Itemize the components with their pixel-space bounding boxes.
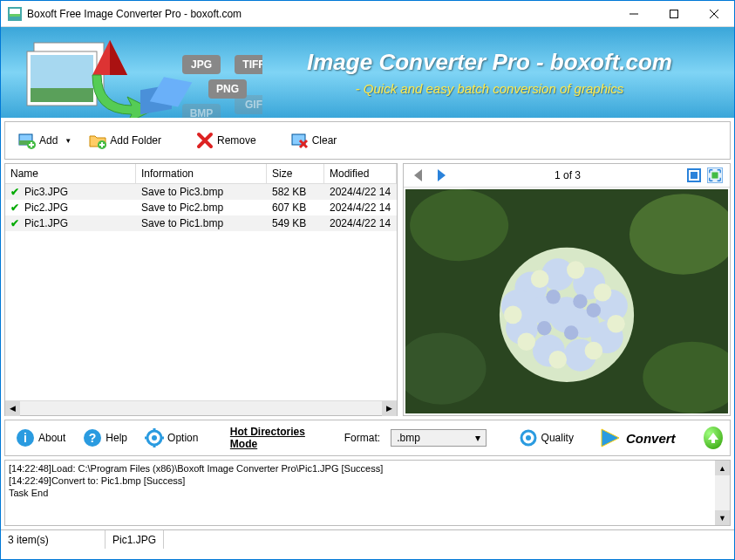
vertical-scrollbar[interactable]: ▲ ▼ xyxy=(715,461,730,525)
svg-rect-33 xyxy=(691,172,698,179)
status-count: 3 item(s) xyxy=(1,530,105,549)
svg-text:PNG: PNG xyxy=(216,83,239,95)
svg-point-63 xyxy=(564,325,578,339)
log-panel: [14:22:48]Load: C:\Program Files (x86)\B… xyxy=(4,460,731,526)
check-icon: ✔ xyxy=(10,186,23,196)
remove-label: Remove xyxy=(217,134,256,147)
svg-point-60 xyxy=(504,306,522,324)
svg-point-71 xyxy=(152,435,157,440)
scroll-left-icon[interactable]: ◀ xyxy=(5,401,20,416)
hot-directories-link[interactable]: Hot Directories Mode xyxy=(230,426,319,450)
col-modified[interactable]: Modified xyxy=(324,164,397,183)
minimize-button[interactable] xyxy=(614,1,654,27)
col-size[interactable]: Size xyxy=(267,164,324,183)
svg-text:BMP: BMP xyxy=(190,107,214,118)
dropdown-icon: ▼ xyxy=(65,137,71,145)
scroll-down-icon[interactable]: ▼ xyxy=(715,510,730,525)
banner-graphic: JPG TIFF PNG BMP GIF xyxy=(18,27,262,118)
gear-icon xyxy=(145,428,164,447)
format-select[interactable]: .bmp xyxy=(391,429,487,447)
banner-title: Image Converter Pro - boxoft.com xyxy=(262,49,717,76)
maximize-button[interactable] xyxy=(654,1,694,27)
quality-button[interactable]: Quality xyxy=(515,427,577,449)
next-button[interactable] xyxy=(433,167,449,183)
add-folder-button[interactable]: Add Folder xyxy=(81,127,169,154)
preview-counter: 1 of 3 xyxy=(449,169,686,181)
fit-button[interactable] xyxy=(686,167,702,183)
close-button[interactable] xyxy=(694,1,734,27)
check-icon: ✔ xyxy=(10,201,23,212)
clear-label: Clear xyxy=(312,134,337,147)
option-button[interactable]: Option xyxy=(141,427,201,449)
help-button[interactable]: ? Help xyxy=(79,427,131,449)
main-toolbar: Add ▼ Add Folder Remove Clear xyxy=(4,121,731,160)
app-icon xyxy=(8,7,22,21)
svg-point-53 xyxy=(531,270,549,289)
svg-point-57 xyxy=(585,342,603,360)
add-label: Add xyxy=(39,134,58,147)
table-row[interactable]: ✔Pic2.JPG Save to Pic2.bmp 607 KB 2024/4… xyxy=(5,200,397,215)
svg-text:?: ? xyxy=(89,431,97,445)
svg-rect-4 xyxy=(670,10,678,17)
file-list-header: Name Information Size Modified xyxy=(5,164,397,184)
svg-point-65 xyxy=(587,304,601,318)
svg-point-59 xyxy=(517,333,535,352)
svg-marker-12 xyxy=(110,40,127,75)
window-title: Boxoft Free Image Converter Pro - boxoft… xyxy=(27,8,614,20)
svg-marker-31 xyxy=(438,169,446,181)
file-list-body[interactable]: ✔Pic3.JPG Save to Pic3.bmp 582 KB 2024/4… xyxy=(5,184,397,400)
log-text[interactable]: [14:22:48]Load: C:\Program Files (x86)\B… xyxy=(5,461,715,525)
convert-button[interactable]: Convert xyxy=(598,427,676,449)
svg-text:JPG: JPG xyxy=(191,58,212,71)
svg-rect-2 xyxy=(10,14,20,17)
svg-point-62 xyxy=(573,294,587,308)
table-row[interactable]: ✔Pic3.JPG Save to Pic3.bmp 582 KB 2024/4… xyxy=(5,184,397,200)
preview-panel: 1 of 3 xyxy=(403,163,731,416)
add-button[interactable]: Add ▼ xyxy=(10,127,79,154)
prev-button[interactable] xyxy=(411,167,426,183)
table-row[interactable]: ✔Pic1.JPG Save to Pic1.bmp 549 KB 2024/4… xyxy=(5,215,397,231)
svg-point-54 xyxy=(567,261,585,279)
svg-point-61 xyxy=(546,290,560,304)
format-label: Format: xyxy=(344,432,380,444)
scroll-up-icon[interactable]: ▲ xyxy=(715,461,730,475)
col-name[interactable]: Name xyxy=(5,164,136,183)
bottom-bar: i About ? Help Option Hot Directories Mo… xyxy=(4,420,731,456)
horizontal-scrollbar[interactable]: ◀ ▶ xyxy=(5,400,397,415)
clear-icon xyxy=(291,132,309,149)
svg-point-56 xyxy=(607,315,625,333)
svg-point-77 xyxy=(526,435,531,440)
remove-button[interactable]: Remove xyxy=(188,127,264,154)
actual-size-button[interactable] xyxy=(707,167,723,183)
svg-rect-14 xyxy=(150,77,193,106)
up-button[interactable] xyxy=(704,427,723,449)
svg-rect-34 xyxy=(711,172,718,178)
play-icon xyxy=(598,427,621,449)
svg-point-55 xyxy=(594,283,612,302)
svg-point-58 xyxy=(548,351,567,369)
statusbar: 3 item(s) Pic1.JPG xyxy=(1,529,734,549)
about-button[interactable]: i About xyxy=(12,427,69,449)
banner-subtitle: - Quick and easy batch conversion of gra… xyxy=(262,81,717,96)
status-file: Pic1.JPG xyxy=(105,530,164,549)
help-icon: ? xyxy=(83,428,102,447)
preview-image xyxy=(405,189,728,413)
add-icon xyxy=(18,132,36,149)
clear-button[interactable]: Clear xyxy=(283,127,345,154)
svg-point-36 xyxy=(410,189,508,261)
svg-point-64 xyxy=(537,321,551,335)
svg-text:i: i xyxy=(24,431,27,445)
svg-marker-30 xyxy=(414,169,422,181)
col-info[interactable]: Information xyxy=(136,164,267,183)
banner: JPG TIFF PNG BMP GIF Image Converter Pro… xyxy=(1,27,734,118)
arrow-up-icon xyxy=(707,432,719,444)
titlebar: Boxoft Free Image Converter Pro - boxoft… xyxy=(1,1,734,27)
svg-text:GIF: GIF xyxy=(245,99,262,111)
svg-rect-10 xyxy=(31,88,93,102)
scroll-right-icon[interactable]: ▶ xyxy=(382,401,397,416)
svg-text:TIFF: TIFF xyxy=(242,58,262,71)
gear-icon xyxy=(519,428,538,447)
svg-marker-78 xyxy=(602,429,619,447)
add-folder-label: Add Folder xyxy=(110,134,161,147)
svg-marker-80 xyxy=(708,433,718,443)
